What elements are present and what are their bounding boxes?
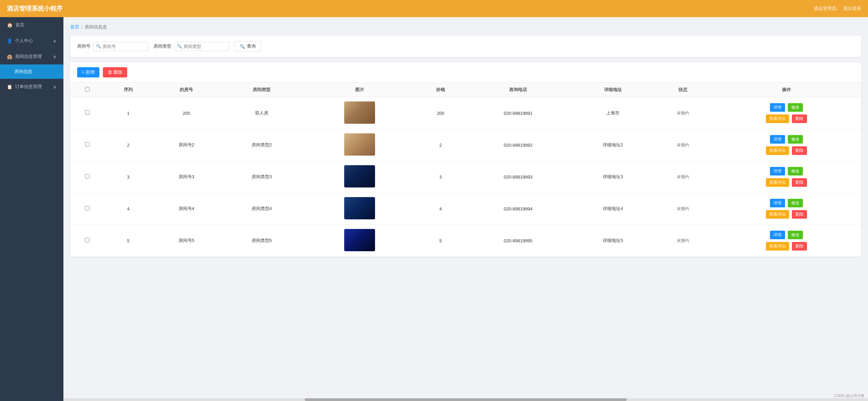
action-bar: + 新增 🗑 删除 [70, 62, 861, 83]
row-room-no: 房间号3 [152, 161, 221, 193]
sidebar-item-home[interactable]: 🏠 首页 [0, 17, 63, 33]
delete-button[interactable]: 删除 [792, 114, 807, 123]
status-badge: 未预约 [677, 206, 689, 211]
select-all-checkbox[interactable] [85, 87, 89, 92]
edit-button[interactable]: 修改 [788, 135, 803, 144]
room-image [344, 229, 375, 251]
row-operations: 详情 修改 查看评论 删除 [712, 225, 861, 257]
table-header-row: 序列 的房号 房间类型 图片 价钱 咨询电话 详细地址 状态 操作 [70, 83, 861, 97]
room-image [344, 133, 375, 156]
room-no-input[interactable] [93, 42, 148, 51]
row-image [303, 97, 417, 129]
row-room-no: 房间号5 [152, 225, 221, 257]
comment-button[interactable]: 查看评论 [766, 210, 789, 219]
op-bottom: 查看评论 删除 [715, 178, 858, 187]
scroll-thumb[interactable] [305, 398, 627, 401]
delete-button[interactable]: 删除 [792, 146, 807, 155]
table-row: 3 房间号3 房间类型3 3 020-89819993 详细地址3 未预约 详情… [70, 161, 861, 193]
sidebar-item-order-management[interactable]: 📋 订单信息管理 ∨ [0, 79, 63, 95]
personal-center-label: 个人中心 [15, 38, 33, 44]
query-button[interactable]: 🔍 查询 [234, 41, 261, 51]
op-bottom: 查看评论 删除 [715, 146, 858, 156]
batch-delete-button[interactable]: 🗑 删除 [103, 67, 127, 77]
delete-button[interactable]: 删除 [792, 178, 807, 187]
detail-button[interactable]: 详情 [770, 167, 785, 175]
row-seq: 1 [105, 97, 152, 129]
edit-button[interactable]: 修改 [788, 199, 803, 207]
table-wrap: 序列 的房号 房间类型 图片 价钱 咨询电话 详细地址 状态 操作 [70, 83, 861, 257]
col-address: 详细地址 [572, 83, 654, 97]
op-top: 详情 修改 [715, 166, 858, 176]
search-icon1: 🔍 [96, 44, 101, 49]
watermark: CSDN @山鸟与鱼 [834, 393, 865, 398]
sidebar-item-personal-center[interactable]: 👤 个人中心 ∨ [0, 33, 63, 49]
row-image [303, 225, 417, 257]
row-operations: 详情 修改 查看评论 删除 [712, 161, 861, 193]
edit-button[interactable]: 修改 [788, 103, 803, 112]
row-room-type: 房间类型3 [221, 161, 303, 193]
detail-button[interactable]: 详情 [770, 231, 785, 239]
edit-button[interactable]: 修改 [788, 167, 803, 175]
detail-button[interactable]: 详情 [770, 199, 785, 207]
room-table: 序列 的房号 房间类型 图片 价钱 咨询电话 详细地址 状态 操作 [70, 83, 861, 257]
breadcrumb-sep: / [81, 25, 83, 30]
sidebar-home-label: 首页 [15, 22, 24, 28]
row-room-no: 205 [152, 97, 221, 129]
row-phone: 020-89819993 [464, 161, 572, 193]
col-seq: 序列 [105, 83, 152, 97]
edit-button[interactable]: 修改 [788, 231, 803, 239]
row-operations: 详情 修改 查看评论 删除 [712, 193, 861, 225]
breadcrumb-current: 房间信息息 [85, 24, 107, 30]
op-top: 详情 修改 [715, 230, 858, 240]
sidebar-item-room-info[interactable]: 房间信息 [0, 64, 63, 79]
order-icon: 📋 [7, 84, 12, 89]
detail-button[interactable]: 详情 [770, 103, 785, 112]
delete-button[interactable]: 删除 [792, 242, 807, 251]
row-phone: 020-89819995 [464, 225, 572, 257]
table-row: 4 房间号4 房间类型4 4 020-89819994 详细地址4 未预约 详情… [70, 193, 861, 225]
row-seq: 2 [105, 129, 152, 161]
room-type-input[interactable] [174, 42, 229, 51]
add-button[interactable]: + 新增 [77, 67, 99, 77]
row-seq: 5 [105, 225, 152, 257]
col-actions: 操作 [712, 83, 861, 97]
delete-button[interactable]: 删除 [792, 210, 807, 219]
header: 酒店管理系统小程序 酒店管理员↓ 退出登录 [0, 0, 868, 17]
row-status: 未预约 [654, 161, 712, 193]
row-operations: 详情 修改 查看评论 删除 [712, 129, 861, 161]
breadcrumb: 首页 / 房间信息息 [70, 24, 861, 30]
breadcrumb-home[interactable]: 首页 [70, 24, 79, 30]
row-select-checkbox[interactable] [85, 142, 89, 147]
header-right: 酒店管理员↓ 退出登录 [814, 5, 861, 12]
query-icon: 🔍 [240, 44, 245, 49]
room-icon: 🏨 [7, 54, 12, 59]
comment-button[interactable]: 查看评论 [766, 242, 789, 251]
home-icon: 🏠 [7, 22, 13, 28]
comment-button[interactable]: 查看评论 [766, 146, 789, 155]
row-select-checkbox[interactable] [85, 238, 89, 242]
user-menu[interactable]: 酒店管理员↓ [814, 5, 839, 12]
logout-button[interactable]: 退出登录 [843, 5, 861, 12]
detail-button[interactable]: 详情 [770, 135, 785, 144]
scroll-bar[interactable] [63, 398, 868, 401]
chevron-down-icon2: ∨ [53, 54, 57, 59]
row-select-checkbox[interactable] [85, 110, 89, 115]
row-select-checkbox[interactable] [85, 174, 89, 179]
room-no-input-wrap: 🔍 [93, 42, 148, 51]
op-bottom: 查看评论 删除 [715, 114, 858, 124]
row-select-checkbox[interactable] [85, 206, 89, 210]
row-seq: 3 [105, 161, 152, 193]
row-price: 2 [417, 129, 465, 161]
row-image [303, 129, 417, 161]
personal-center-left: 👤 个人中心 [7, 38, 33, 44]
op-top: 详情 修改 [715, 102, 858, 112]
chevron-right-icon: ∨ [53, 84, 57, 89]
main-content: 首页 / 房间信息息 房间号 🔍 房间类型 🔍 🔍 [63, 17, 868, 401]
sidebar-item-room-management[interactable]: 🏨 房间信息管理 ∨ [0, 49, 63, 64]
row-room-type: 房间类型2 [221, 129, 303, 161]
status-badge: 未预约 [677, 238, 689, 243]
comment-button[interactable]: 查看评论 [766, 178, 789, 187]
row-address: 详细地址3 [572, 161, 654, 193]
comment-button[interactable]: 查看评论 [766, 114, 789, 123]
col-price: 价钱 [417, 83, 465, 97]
